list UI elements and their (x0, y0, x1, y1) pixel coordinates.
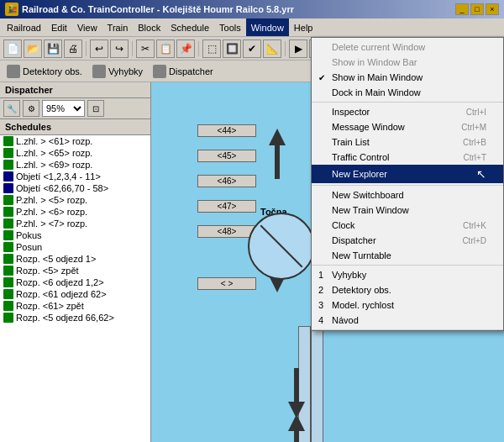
menu-item-inspector[interactable]: Inspector Ctrl+I (312, 104, 503, 119)
list-item[interactable]: L.zhl. > <61> rozp. (0, 135, 150, 147)
zoom-fit-button[interactable]: ⊡ (87, 100, 104, 117)
clock-shortcut: Ctrl+K (463, 221, 486, 230)
list-item[interactable]: L.zhl. > <65> rozp. (0, 147, 150, 159)
menu-item-new-switchboard[interactable]: New Switchboard (312, 187, 503, 203)
list-item[interactable]: L.zhl. > <69> rozp. (0, 159, 150, 171)
sensor-icon (7, 65, 20, 78)
checkmark-icon: ✔ (318, 73, 325, 82)
toolbar-sep3 (198, 41, 199, 56)
track-box-48: <48> (197, 225, 256, 238)
new-turntable-label: New Turntable (332, 250, 391, 260)
menu-railroad[interactable]: Railroad (2, 18, 46, 36)
dropdown-section-4: 1 Vyhybky 2 Detektory obs. 3 Model. rych… (312, 266, 503, 330)
tb-btn4[interactable]: 📐 (263, 39, 281, 58)
item-num-2: 2 (318, 285, 323, 295)
list-item[interactable]: Posun (0, 241, 150, 253)
train-list-label: Train List (332, 137, 370, 147)
redo-button[interactable]: ↪ (110, 39, 129, 58)
tb-btn1[interactable]: ⬚ (202, 39, 221, 58)
list-item[interactable]: Rozp. <6 odjezd 1,2> (0, 276, 150, 288)
menu-view[interactable]: View (72, 18, 102, 36)
menu-item-traffic-control[interactable]: Traffic Control Ctrl+T (312, 150, 503, 165)
left-panel: Dispatcher 🔧 ⚙ 95% 100% 75% ⊡ Schedules … (0, 82, 151, 442)
dropdown-section-2: Inspector Ctrl+I Message Window Ctrl+M T… (312, 103, 503, 186)
list-item[interactable]: Rozp. <5> zpět (0, 265, 150, 276)
menu-item-new-explorer[interactable]: New Explorer ↖ (312, 165, 503, 183)
menu-item-train-list[interactable]: Train List Ctrl+B (312, 134, 503, 150)
list-item[interactable]: Rozp. <5 odjezd 1> (0, 253, 150, 265)
menu-item-show-main-window[interactable]: ✔ Show in Main Window (312, 70, 503, 85)
menu-edit[interactable]: Edit (46, 18, 72, 36)
menu-item-new-train-window[interactable]: New Train Window (312, 203, 503, 218)
menu-item-new-turntable[interactable]: New Turntable (312, 248, 503, 263)
inspector-label: Inspector (332, 107, 370, 117)
menu-item-4-navod[interactable]: 4 Návod (312, 313, 503, 328)
menu-item-delete-window[interactable]: Delete current Window (312, 39, 503, 55)
menu-item-message-window[interactable]: Message Window Ctrl+M (312, 119, 503, 134)
tb-btn2[interactable]: 🔲 (223, 39, 241, 58)
menu-item-3-model[interactable]: 3 Model. rychlost (312, 297, 503, 313)
show-main-window-label: Show in Main Window (332, 72, 423, 82)
menu-window[interactable]: Window (246, 18, 289, 36)
list-item[interactable]: Rozp. <61 odjezd 62> (0, 288, 150, 300)
menu-item-show-window-bar[interactable]: Show in Window Bar (312, 55, 503, 70)
arrow-up-indicator (269, 129, 286, 181)
print-button[interactable]: 🖨 (64, 39, 82, 58)
disp-btn1[interactable]: 🔧 (3, 100, 20, 117)
disp-btn2[interactable]: ⚙ (23, 100, 39, 117)
arrow-svg (269, 129, 286, 179)
track-box-c: < > (197, 277, 256, 290)
list-item[interactable]: P.zhl. > <5> rozp. (0, 194, 150, 206)
menu-item-clock[interactable]: Clock Ctrl+K (312, 218, 503, 233)
list-item[interactable]: Rozp. <5 odjezd 66,62> (0, 312, 150, 324)
dropdown-section-1: Delete current Window Show in Window Bar… (312, 38, 503, 103)
zoom-select[interactable]: 95% 100% 75% (42, 100, 85, 117)
open-button[interactable]: 📂 (24, 39, 42, 58)
dispatcher-button[interactable]: Dispatcher (150, 63, 217, 80)
save-button[interactable]: 💾 (44, 39, 62, 58)
schedule-icon (3, 301, 13, 311)
new-button[interactable]: 📄 (3, 39, 22, 58)
tb-btn5[interactable]: ▶ (289, 39, 307, 58)
list-item[interactable]: P.zhl. > <6> rozp. (0, 206, 150, 218)
undo-button[interactable]: ↩ (90, 39, 108, 58)
toolbar-sep1 (86, 41, 87, 56)
menu-block[interactable]: Block (133, 18, 165, 36)
detektory-obs-button[interactable]: Detektory obs. (3, 63, 86, 80)
model-rychlost-label: Model. rychlost (332, 300, 394, 310)
paste-button[interactable]: 📌 (176, 39, 195, 58)
clock-label: Clock (332, 220, 355, 230)
menu-item-1-vyhybky[interactable]: 1 Vyhybky (312, 267, 503, 282)
menu-train[interactable]: Train (102, 18, 134, 36)
schedules-label: Schedules (0, 119, 150, 135)
list-item[interactable]: Pokus (0, 229, 150, 241)
tb-btn3[interactable]: ✔ (243, 39, 261, 58)
copy-button[interactable]: 📋 (156, 39, 175, 58)
list-item[interactable]: Rozp. <61> zpět (0, 300, 150, 312)
menu-item-dispatcher-menu[interactable]: Dispatcher Ctrl+D (312, 233, 503, 248)
list-item[interactable]: Objetí <62,66,70 - 58> (0, 182, 150, 194)
menu-item-dock-main-window[interactable]: Dock in Main Window (312, 85, 503, 100)
menu-tools[interactable]: Tools (214, 18, 246, 36)
minimize-button[interactable]: _ (455, 3, 469, 15)
train-list-shortcut: Ctrl+B (463, 138, 486, 147)
schedule-icon (3, 313, 13, 323)
new-explorer-label: New Explorer (332, 169, 387, 179)
vyhybky-label: Vyhybky (108, 66, 143, 76)
dispatcher-label: Dispatcher (169, 66, 213, 76)
menu-item-2-detektory[interactable]: 2 Detektory obs. (312, 282, 503, 297)
schedule-icon (3, 160, 13, 170)
list-item[interactable]: P.zhl. > <7> rozp. (0, 218, 150, 229)
toolbar-sep4 (285, 41, 286, 56)
close-button[interactable]: × (486, 3, 499, 15)
show-window-bar-label: Show in Window Bar (332, 57, 417, 67)
switch-icon (92, 65, 106, 78)
maximize-button[interactable]: □ (470, 3, 484, 15)
menu-schedule[interactable]: Schedule (165, 18, 214, 36)
vyhybky-button[interactable]: Vyhybky (89, 63, 146, 80)
list-item[interactable]: Objetí <1,2,3,4 - 11> (0, 171, 150, 182)
dispatch-icon (153, 65, 166, 78)
cut-button[interactable]: ✂ (136, 39, 155, 58)
app-icon: 🚂 (5, 3, 18, 16)
menu-help[interactable]: Help (289, 18, 318, 36)
